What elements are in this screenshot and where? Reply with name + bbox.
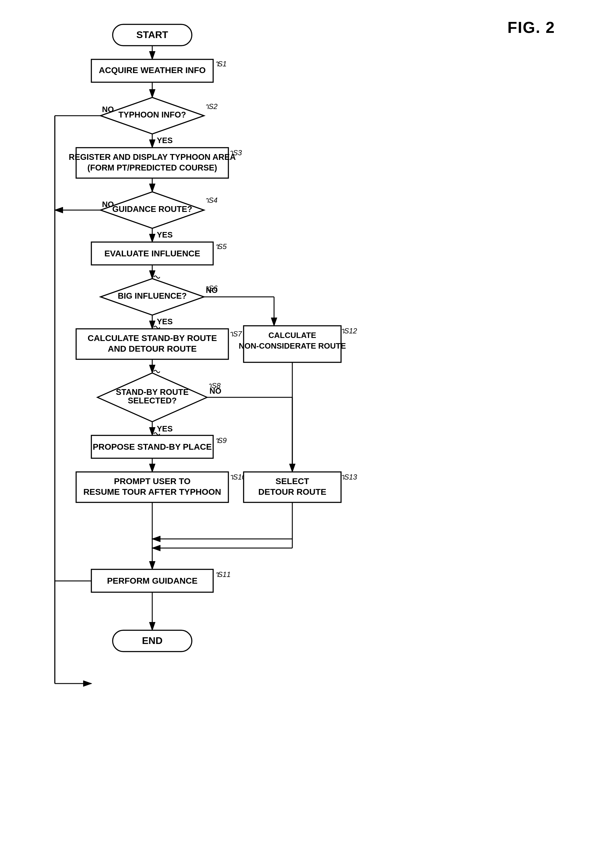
page: FIG. 2 START ACQUIRE WEATHER INFO S1 TYP… (0, 0, 616, 865)
s7-label-1: CALCULATE STAND-BY ROUTE (88, 333, 217, 343)
s9-step: S9 (218, 436, 226, 444)
s4-step: S4 (209, 196, 217, 204)
end-label: END (142, 635, 163, 646)
s13-step: S13 (344, 473, 357, 481)
s11-label: PERFORM GUIDANCE (107, 576, 197, 586)
s7-label-2: AND DETOUR ROUTE (108, 344, 197, 353)
s10-label-2: RESUME TOUR AFTER TYPHOON (83, 487, 222, 497)
s2-step: S2 (209, 102, 217, 110)
s4-no: NO (102, 200, 114, 209)
s4-label: GUIDANCE ROUTE? (112, 205, 192, 214)
s9-label: PROPOSE STAND-BY PLACE (93, 442, 212, 452)
flowchart-svg: START ACQUIRE WEATHER INFO S1 TYPHOON IN… (36, 15, 402, 837)
figure-label: FIG. 2 (508, 18, 555, 36)
s3-label-2: (FORM PT/PREDICTED COURSE) (87, 163, 217, 172)
s1-label: ACQUIRE WEATHER INFO (99, 66, 206, 75)
s8-no: NO (209, 386, 222, 396)
s2-yes: YES (157, 136, 173, 145)
s1-step: S1 (218, 60, 226, 68)
svg-rect-8 (76, 148, 228, 178)
s7-step: S7 (233, 330, 242, 338)
s13-label-1: SELECT (276, 477, 309, 486)
s5-label: EVALUATE INFLUENCE (104, 249, 200, 258)
s12-label-1: CALCULATE (269, 331, 316, 340)
s6-yes: YES (157, 317, 173, 326)
s8-label-1: STAND-BY ROUTE (116, 388, 189, 397)
s12-label-2: NON-CONSIDERATE ROUTE (239, 341, 346, 350)
s13-label-2: DETOUR ROUTE (258, 487, 327, 497)
s12-step: S12 (344, 327, 357, 335)
start-label: START (137, 29, 168, 40)
s11-step: S11 (218, 570, 231, 578)
s8-label-2: SELECTED? (128, 396, 177, 405)
s2-label: TYPHOON INFO? (118, 110, 186, 119)
s6-no: NO (206, 286, 218, 295)
s10-label-1: PROMPT USER TO (114, 477, 191, 486)
s3-step: S3 (233, 149, 242, 157)
s3-label-1: REGISTER AND DISPLAY TYPHOON AREA (69, 152, 236, 162)
s6-label: BIG INFLUENCE? (118, 291, 187, 300)
s2-no: NO (102, 105, 114, 114)
s8-yes: YES (157, 424, 173, 433)
s4-yes: YES (157, 230, 173, 239)
s5-step: S5 (218, 242, 227, 251)
